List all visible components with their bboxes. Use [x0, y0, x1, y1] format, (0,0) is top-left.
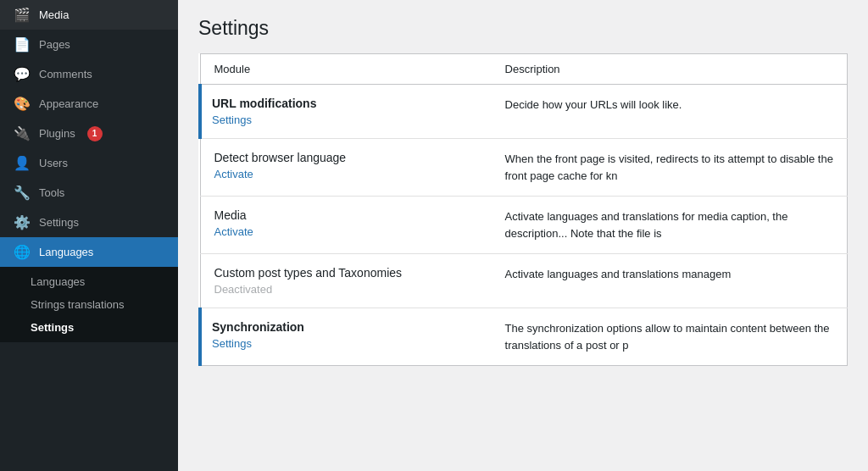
table-row: Custom post types and TaxonomiesDeactiva…: [200, 254, 848, 308]
languages-icon: 🌐: [14, 244, 31, 260]
users-icon: 👤: [14, 155, 31, 171]
table-row: MediaActivateActivate languages and tran…: [200, 197, 848, 254]
languages-submenu: LanguagesStrings translationsSettings: [0, 267, 178, 342]
sidebar: 🎬Media📄Pages💬Comments🎨Appearance🔌Plugins…: [0, 0, 178, 471]
media-icon: 🎬: [14, 7, 31, 23]
description-cell-url-modifications: Decide how your URLs will look like.: [492, 85, 848, 139]
sidebar-item-label-tools: Tools: [39, 186, 64, 199]
column-module: Module: [200, 54, 492, 85]
settings-icon: ⚙️: [14, 214, 31, 230]
main-content: Settings Module Description URL modifica…: [178, 0, 868, 471]
module-cell-custom-post-types: Custom post types and TaxonomiesDeactiva…: [200, 254, 492, 308]
plugins-badge: 1: [87, 126, 103, 141]
module-name-media: Media: [214, 208, 478, 222]
appearance-icon: 🎨: [14, 96, 31, 112]
sidebar-item-settings[interactable]: ⚙️Settings: [0, 208, 178, 237]
module-desc-url-modifications: Decide how your URLs will look like.: [505, 97, 833, 114]
module-name-detect-browser-language: Detect browser language: [214, 151, 478, 164]
sidebar-item-label-settings: Settings: [39, 216, 79, 229]
settings-table: Module Description URL modificationsSett…: [198, 53, 848, 366]
pages-icon: 📄: [14, 36, 31, 53]
table-row: Detect browser languageActivateWhen the …: [200, 139, 848, 197]
submenu-item-languages-sub[interactable]: Languages: [0, 270, 178, 293]
sidebar-item-label-users: Users: [39, 157, 68, 169]
module-name-synchronization: Synchronization: [212, 320, 478, 334]
module-cell-media: MediaActivate: [200, 197, 492, 254]
sidebar-item-tools[interactable]: 🔧Tools: [0, 178, 178, 208]
sidebar-item-appearance[interactable]: 🎨Appearance: [0, 89, 178, 119]
module-action-custom-post-types: Deactivated: [214, 283, 273, 296]
module-name-url-modifications: URL modifications: [212, 97, 478, 110]
module-cell-detect-browser-language: Detect browser languageActivate: [200, 139, 492, 197]
sidebar-item-label-pages: Pages: [39, 38, 70, 51]
sidebar-item-label-media: Media: [39, 8, 69, 21]
description-cell-custom-post-types: Activate languages and translations mana…: [492, 254, 848, 308]
submenu-item-strings-translations[interactable]: Strings translations: [0, 293, 178, 316]
submenu-item-settings-sub[interactable]: Settings: [0, 316, 178, 339]
module-action-detect-browser-language[interactable]: Activate: [214, 168, 253, 180]
sidebar-item-label-plugins: Plugins: [39, 127, 75, 140]
description-cell-synchronization: The synchronization options allow to mai…: [492, 308, 848, 366]
page-title: Settings: [198, 17, 848, 40]
module-cell-url-modifications: URL modificationsSettings: [200, 85, 492, 139]
module-desc-media: Activate languages and translations for …: [505, 208, 833, 241]
sidebar-item-pages[interactable]: 📄Pages: [0, 30, 178, 59]
module-cell-synchronization: SynchronizationSettings: [200, 308, 492, 366]
table-row: SynchronizationSettingsThe synchronizati…: [200, 308, 848, 366]
sidebar-item-languages[interactable]: 🌐Languages: [0, 237, 178, 267]
module-action-synchronization[interactable]: Settings: [212, 337, 252, 350]
module-action-url-modifications[interactable]: Settings: [212, 114, 252, 126]
comments-icon: 💬: [14, 66, 31, 82]
module-desc-custom-post-types: Activate languages and translations mana…: [505, 266, 833, 283]
module-name-custom-post-types: Custom post types and Taxonomies: [214, 266, 478, 280]
tools-icon: 🔧: [14, 185, 31, 201]
sidebar-item-label-languages: Languages: [39, 246, 93, 258]
module-action-media[interactable]: Activate: [214, 225, 253, 238]
sidebar-item-users[interactable]: 👤Users: [0, 148, 178, 178]
module-desc-detect-browser-language: When the front page is visited, redirect…: [505, 151, 833, 184]
sidebar-item-plugins[interactable]: 🔌Plugins1: [0, 119, 178, 148]
column-description: Description: [492, 54, 848, 85]
description-cell-media: Activate languages and translations for …: [492, 197, 848, 254]
sidebar-item-label-appearance: Appearance: [39, 97, 98, 110]
plugins-icon: 🔌: [14, 125, 31, 141]
table-row: URL modificationsSettingsDecide how your…: [200, 85, 848, 139]
description-cell-detect-browser-language: When the front page is visited, redirect…: [492, 139, 848, 197]
module-desc-synchronization: The synchronization options allow to mai…: [505, 320, 833, 353]
sidebar-item-label-comments: Comments: [39, 68, 92, 80]
sidebar-item-media[interactable]: 🎬Media: [0, 0, 178, 30]
sidebar-item-comments[interactable]: 💬Comments: [0, 59, 178, 89]
